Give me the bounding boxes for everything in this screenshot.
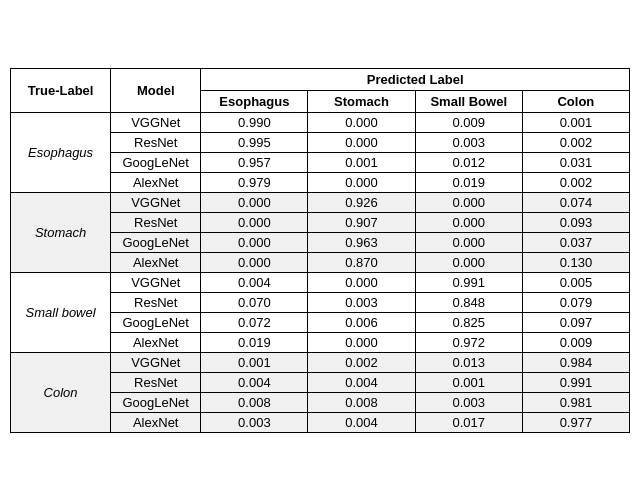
- stomach-value: 0.003: [308, 292, 415, 312]
- true-label-cell: Colon: [11, 352, 111, 432]
- model-cell: VGGNet: [111, 352, 201, 372]
- true-label-cell: Stomach: [11, 192, 111, 272]
- small_bowel-value: 0.972: [415, 332, 522, 352]
- colon-value: 0.977: [522, 412, 629, 432]
- colon-col-header: Colon: [522, 90, 629, 112]
- esophagus-col-header: Esophagus: [201, 90, 308, 112]
- small_bowel-value: 0.019: [415, 172, 522, 192]
- esophagus-value: 0.000: [201, 192, 308, 212]
- colon-value: 0.005: [522, 272, 629, 292]
- model-cell: ResNet: [111, 292, 201, 312]
- esophagus-value: 0.995: [201, 132, 308, 152]
- esophagus-value: 0.000: [201, 212, 308, 232]
- esophagus-value: 0.008: [201, 392, 308, 412]
- esophagus-value: 0.004: [201, 372, 308, 392]
- colon-value: 0.984: [522, 352, 629, 372]
- esophagus-value: 0.004: [201, 272, 308, 292]
- colon-value: 0.074: [522, 192, 629, 212]
- small_bowel-value: 0.001: [415, 372, 522, 392]
- esophagus-value: 0.957: [201, 152, 308, 172]
- small_bowel-value: 0.991: [415, 272, 522, 292]
- stomach-value: 0.907: [308, 212, 415, 232]
- stomach-value: 0.000: [308, 172, 415, 192]
- model-cell: AlexNet: [111, 172, 201, 192]
- colon-value: 0.093: [522, 212, 629, 232]
- model-cell: GoogLeNet: [111, 232, 201, 252]
- esophagus-value: 0.979: [201, 172, 308, 192]
- esophagus-value: 0.000: [201, 232, 308, 252]
- predicted-label-header: Predicted Label: [201, 68, 630, 90]
- small_bowel-value: 0.000: [415, 252, 522, 272]
- esophagus-value: 0.019: [201, 332, 308, 352]
- stomach-value: 0.006: [308, 312, 415, 332]
- small_bowel-value: 0.012: [415, 152, 522, 172]
- esophagus-value: 0.003: [201, 412, 308, 432]
- colon-value: 0.130: [522, 252, 629, 272]
- model-cell: AlexNet: [111, 412, 201, 432]
- model-cell: VGGNet: [111, 112, 201, 132]
- model-cell: AlexNet: [111, 252, 201, 272]
- confusion-matrix-table: True-Label Model Predicted Label Esophag…: [10, 68, 630, 433]
- small_bowel-value: 0.013: [415, 352, 522, 372]
- stomach-value: 0.963: [308, 232, 415, 252]
- stomach-value: 0.000: [308, 132, 415, 152]
- colon-value: 0.097: [522, 312, 629, 332]
- stomach-value: 0.000: [308, 272, 415, 292]
- stomach-value: 0.004: [308, 372, 415, 392]
- model-cell: ResNet: [111, 212, 201, 232]
- model-cell: VGGNet: [111, 272, 201, 292]
- small_bowel-value: 0.003: [415, 392, 522, 412]
- model-cell: ResNet: [111, 372, 201, 392]
- esophagus-value: 0.990: [201, 112, 308, 132]
- stomach-value: 0.000: [308, 112, 415, 132]
- true-label-cell: Esophagus: [11, 112, 111, 192]
- stomach-value: 0.004: [308, 412, 415, 432]
- colon-value: 0.991: [522, 372, 629, 392]
- model-cell: GoogLeNet: [111, 152, 201, 172]
- model-cell: GoogLeNet: [111, 392, 201, 412]
- colon-value: 0.001: [522, 112, 629, 132]
- colon-value: 0.079: [522, 292, 629, 312]
- colon-value: 0.031: [522, 152, 629, 172]
- small_bowel-value: 0.000: [415, 232, 522, 252]
- model-header: Model: [111, 68, 201, 112]
- stomach-value: 0.870: [308, 252, 415, 272]
- model-cell: AlexNet: [111, 332, 201, 352]
- stomach-value: 0.008: [308, 392, 415, 412]
- small_bowel-value: 0.848: [415, 292, 522, 312]
- esophagus-value: 0.072: [201, 312, 308, 332]
- small_bowel-value: 0.000: [415, 192, 522, 212]
- small_bowel-value: 0.000: [415, 212, 522, 232]
- stomach-value: 0.926: [308, 192, 415, 212]
- small_bowel-value: 0.017: [415, 412, 522, 432]
- colon-value: 0.037: [522, 232, 629, 252]
- colon-value: 0.981: [522, 392, 629, 412]
- esophagus-value: 0.070: [201, 292, 308, 312]
- stomach-value: 0.000: [308, 332, 415, 352]
- stomach-value: 0.001: [308, 152, 415, 172]
- small_bowel-value: 0.003: [415, 132, 522, 152]
- esophagus-value: 0.000: [201, 252, 308, 272]
- stomach-col-header: Stomach: [308, 90, 415, 112]
- small_bowel-value: 0.825: [415, 312, 522, 332]
- esophagus-value: 0.001: [201, 352, 308, 372]
- colon-value: 0.009: [522, 332, 629, 352]
- model-cell: VGGNet: [111, 192, 201, 212]
- colon-value: 0.002: [522, 172, 629, 192]
- small_bowel-value: 0.009: [415, 112, 522, 132]
- model-cell: GoogLeNet: [111, 312, 201, 332]
- colon-value: 0.002: [522, 132, 629, 152]
- true-label-header: True-Label: [11, 68, 111, 112]
- true-label-cell: Small bowel: [11, 272, 111, 352]
- model-cell: ResNet: [111, 132, 201, 152]
- small-bowel-col-header: Small Bowel: [415, 90, 522, 112]
- stomach-value: 0.002: [308, 352, 415, 372]
